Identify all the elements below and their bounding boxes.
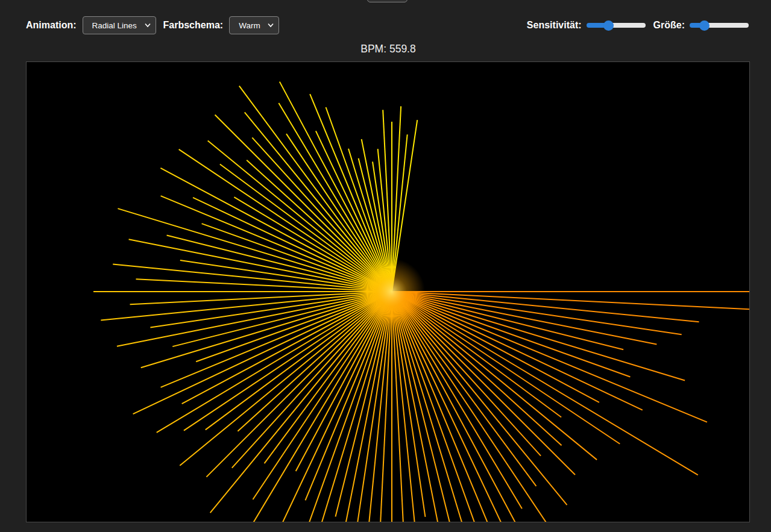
animation-label: Animation: xyxy=(26,20,77,31)
animation-select-wrap: Radial Lines xyxy=(83,16,156,34)
animation-select[interactable]: Radial Lines xyxy=(83,16,156,34)
size-label: Größe: xyxy=(653,20,685,31)
sensitivity-label: Sensitivität: xyxy=(527,20,582,31)
slider-group: Sensitivität: Größe: xyxy=(527,20,749,31)
bpm-display: BPM: 559.8 xyxy=(27,43,750,55)
size-slider[interactable] xyxy=(690,23,749,28)
visualizer-frame xyxy=(26,61,750,522)
partial-top-button[interactable] xyxy=(367,0,408,2)
controls-bar: Animation: Radial Lines Farbschema: Warm… xyxy=(0,16,771,35)
sensitivity-slider[interactable] xyxy=(587,23,646,28)
colorscheme-select[interactable]: Warm xyxy=(229,16,279,34)
visualizer-canvas xyxy=(27,62,749,522)
colorscheme-select-wrap: Warm xyxy=(229,16,279,34)
colorscheme-label: Farbschema: xyxy=(163,20,224,31)
